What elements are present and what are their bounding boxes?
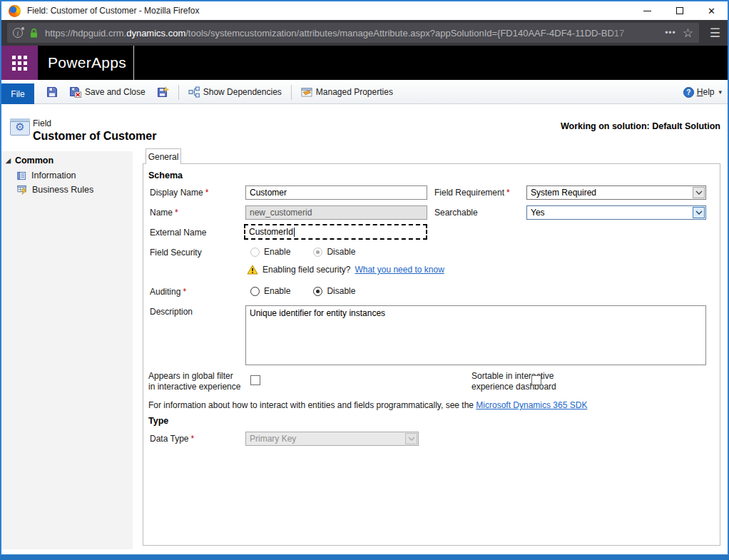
global-filter-checkbox[interactable] — [250, 375, 260, 385]
managed-properties-label: Managed Properties — [316, 87, 393, 97]
managed-properties-icon — [301, 86, 312, 98]
searchable-label: Searchable — [434, 208, 478, 218]
bookmark-star-icon[interactable]: ☆ — [683, 27, 693, 39]
data-type-label: Data Type* — [150, 434, 194, 444]
save-button[interactable] — [44, 85, 60, 99]
url-scheme-host: https://hdpguid.crm. — [45, 28, 126, 39]
auditing-enable-label: Enable — [264, 286, 290, 296]
field-gear-icon: ⚙ — [10, 118, 30, 136]
auditing-disable-radio[interactable] — [313, 287, 322, 296]
title-bar: Field: Customer of Customer - Mozilla Fi… — [1, 1, 728, 20]
show-dependencies-icon — [188, 86, 200, 98]
sidebar-item-information[interactable]: Information — [1, 168, 133, 183]
help-button[interactable]: ? Help ▾ — [683, 80, 722, 104]
required-marker: * — [205, 188, 209, 198]
toolbar-separator — [291, 85, 292, 100]
chevron-down-icon — [693, 187, 705, 198]
general-panel: Schema Display Name* Customer Field Requ… — [143, 163, 720, 546]
site-info-icon[interactable]: i — [13, 28, 23, 38]
window-border-bottom — [0, 554, 729, 560]
required-marker: * — [183, 287, 186, 297]
save-and-new-button[interactable] — [155, 85, 171, 99]
window-controls: ✕ — [631, 1, 728, 20]
data-type-select: Primary Key — [245, 432, 419, 446]
url-fade — [608, 28, 658, 39]
url-domain: dynamics.com — [126, 28, 185, 39]
external-name-label: External Name — [150, 228, 206, 238]
window-title: Field: Customer of Customer - Mozilla Fi… — [27, 6, 631, 16]
managed-properties-button[interactable]: Managed Properties — [299, 85, 395, 99]
global-filter-label-line1: Appears in global filter — [148, 371, 233, 381]
maximize-icon — [676, 7, 683, 14]
name-input: new_customerid — [245, 205, 427, 220]
field-security-disable-radio — [313, 248, 322, 257]
chevron-down-icon — [693, 207, 705, 218]
close-icon: ✕ — [708, 6, 715, 16]
sidebar-item-business-rules[interactable]: Business Rules — [1, 183, 133, 197]
address-url[interactable]: https://hdpguid.crm.dynamics.com/tools/s… — [45, 28, 658, 39]
sidebar-group-common[interactable]: ◢ Common — [1, 151, 133, 168]
lock-icon[interactable] — [29, 28, 39, 39]
show-dependencies-button[interactable]: Show Dependencies — [186, 85, 284, 99]
dynamics-sdk-link[interactable]: Microsoft Dynamics 365 SDK — [476, 400, 587, 410]
app-launcher-button[interactable] — [1, 46, 38, 80]
toolbar-separator — [178, 85, 179, 100]
description-textarea[interactable]: Unique identifier for entity instances — [245, 305, 706, 365]
type-section-heading: Type — [148, 416, 168, 426]
firefox-icon — [9, 5, 21, 17]
display-name-label: Display Name* — [150, 188, 208, 198]
page-title: Customer of Customer — [33, 130, 156, 143]
browser-window: Field: Customer of Customer - Mozilla Fi… — [0, 0, 729, 560]
field-security-warning: Enabling field security? What you need t… — [247, 265, 444, 275]
chevron-down-icon — [405, 433, 417, 444]
url-field[interactable]: i https://hdpguid.crm.dynamics.com/tools… — [7, 23, 699, 43]
page-actions-icon[interactable]: ••• — [665, 28, 676, 38]
sdk-note: For information about how to interact wi… — [148, 400, 587, 410]
show-dependencies-label: Show Dependencies — [203, 87, 282, 97]
sortable-label-line2: experience dashboard — [471, 382, 556, 392]
tab-general[interactable]: General — [146, 148, 181, 164]
close-button[interactable]: ✕ — [695, 1, 728, 20]
sidebar-item-label: Business Rules — [32, 185, 93, 195]
minimize-button[interactable] — [631, 1, 663, 20]
minimize-icon — [643, 11, 651, 11]
business-rules-icon — [17, 185, 27, 195]
main-content: ⚙ Field Customer of Customer Working on … — [1, 104, 728, 554]
sdk-note-text: For information about how to interact wi… — [148, 400, 476, 410]
what-you-need-to-know-link[interactable]: What you need to know — [355, 265, 444, 275]
maximize-button[interactable] — [663, 1, 695, 20]
app-header-divider — [133, 46, 134, 80]
text-caret — [294, 228, 295, 237]
waffle-icon — [12, 56, 27, 71]
warning-icon — [247, 265, 258, 275]
save-icon — [46, 86, 58, 98]
save-and-close-label: Save and Close — [85, 87, 146, 97]
help-icon: ? — [683, 87, 694, 98]
toolbar-buttons: Save and Close Show Dependencies — [44, 80, 395, 104]
menu-icon[interactable]: ☰ — [710, 20, 720, 46]
information-icon — [17, 171, 26, 180]
display-name-input[interactable]: Customer — [245, 185, 427, 200]
field-requirement-select[interactable]: System Required — [526, 185, 706, 200]
save-and-close-button[interactable]: Save and Close — [67, 85, 148, 99]
brand-title: PowerApps — [48, 46, 126, 80]
auditing-enable-radio[interactable] — [250, 287, 260, 296]
file-tab[interactable]: File — [1, 83, 34, 104]
name-label: Name* — [150, 208, 178, 218]
external-name-input[interactable]: CustomerId — [244, 224, 427, 240]
auditing-label: Auditing* — [150, 287, 186, 297]
global-filter-label-line2: in interactive experience — [148, 382, 240, 392]
app-header: PowerApps — [1, 46, 728, 80]
save-and-new-icon — [157, 86, 169, 98]
description-label: Description — [150, 307, 193, 317]
command-bar: File Save and Close — [1, 80, 728, 104]
field-security-enable-radio — [250, 248, 260, 257]
field-security-disable-label: Disable — [327, 247, 355, 257]
sortable-checkbox[interactable] — [531, 375, 541, 385]
field-requirement-label: Field Requirement* — [434, 188, 510, 198]
required-marker: * — [190, 434, 194, 444]
searchable-select[interactable]: Yes — [526, 205, 706, 220]
working-on-solution-label: Working on solution: Default Solution — [561, 121, 720, 131]
entity-type-label: Field — [33, 118, 51, 128]
schema-section-heading: Schema — [148, 170, 183, 180]
